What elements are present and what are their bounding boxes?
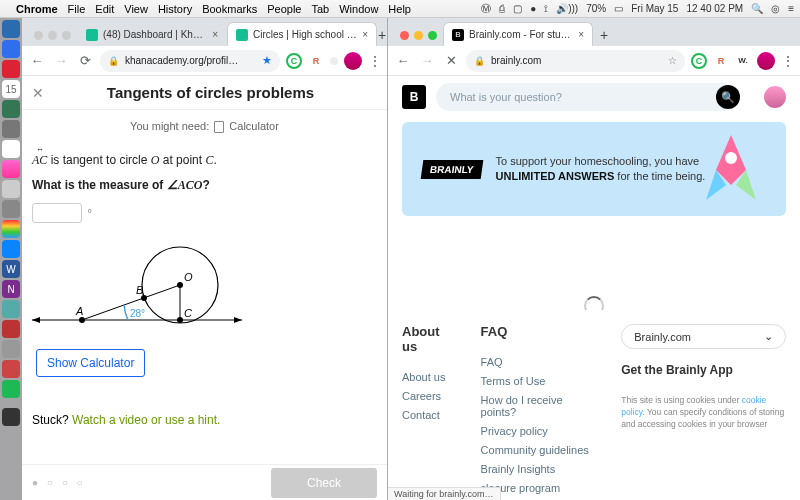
mcafee-icon[interactable]: Ⓜ xyxy=(481,2,491,16)
close-tab-icon[interactable]: × xyxy=(212,29,218,40)
footer-link-contact[interactable]: Contact xyxy=(402,409,457,421)
footer-link-points[interactable]: How do I receive points? xyxy=(481,394,598,418)
forward-button[interactable]: → xyxy=(418,52,436,70)
dock-app-icon[interactable] xyxy=(2,140,20,158)
footer-link-terms[interactable]: Terms of Use xyxy=(481,375,598,387)
search-button[interactable]: 🔍 xyxy=(716,85,740,109)
user-avatar[interactable] xyxy=(764,86,786,108)
dock-app-icon[interactable] xyxy=(2,300,20,318)
traffic-max[interactable] xyxy=(428,31,437,40)
printer-icon[interactable]: ⎙ xyxy=(499,3,505,14)
dock-messages-icon[interactable] xyxy=(2,100,20,118)
footer-link-careers[interactable]: Careers xyxy=(402,390,457,402)
show-calculator-button[interactable]: Show Calculator xyxy=(36,349,145,377)
menu-tab[interactable]: Tab xyxy=(311,3,329,15)
wifi-icon[interactable]: ⟟ xyxy=(544,3,548,15)
dock-trash-icon[interactable] xyxy=(2,408,20,426)
menu-bookmarks[interactable]: Bookmarks xyxy=(202,3,257,15)
hint-link[interactable]: Watch a video or use a hint. xyxy=(72,413,220,427)
traffic-max[interactable] xyxy=(62,31,71,40)
dock-settings-icon[interactable] xyxy=(2,200,20,218)
menu-icon[interactable]: ⋮ xyxy=(368,53,381,69)
bookmark-star-icon[interactable]: ☆ xyxy=(668,55,677,66)
profile-avatar[interactable] xyxy=(757,52,775,70)
status-dot-icon[interactable]: ● xyxy=(530,3,536,14)
problem-statement-1: AC is tangent to circle O at point C. xyxy=(32,153,377,168)
address-bar[interactable]: 🔒 khanacademy.org/profil… ★ xyxy=(100,50,280,72)
ext-r-icon[interactable]: R xyxy=(308,53,324,69)
traffic-min[interactable] xyxy=(414,31,423,40)
dock-onenote-icon[interactable]: N xyxy=(2,280,20,298)
display-icon[interactable]: ▢ xyxy=(513,3,522,14)
dock-safari-icon[interactable] xyxy=(2,40,20,58)
dock-appstore-icon[interactable] xyxy=(2,240,20,258)
menu-people[interactable]: People xyxy=(267,3,301,15)
ext-grammarly-icon[interactable]: C xyxy=(286,53,302,69)
banner-line2b: for the time being. xyxy=(614,170,705,182)
tab-dashboard[interactable]: (48) Dashboard | Khan A × xyxy=(77,22,227,46)
close-tab-icon[interactable]: × xyxy=(578,29,584,40)
dock-spotify-icon[interactable] xyxy=(2,380,20,398)
dock-finder-icon[interactable] xyxy=(2,20,20,38)
tab-brainly[interactable]: B Brainly.com - For students. B × xyxy=(443,22,593,46)
spotlight-icon[interactable]: 🔍 xyxy=(751,3,763,14)
macos-menubar: Chrome File Edit View History Bookmarks … xyxy=(0,0,800,18)
dock-app-icon[interactable] xyxy=(2,320,20,338)
dock-app-icon[interactable] xyxy=(2,180,20,198)
tab-circles[interactable]: Circles | High school ge × xyxy=(227,22,377,46)
menu-view[interactable]: View xyxy=(124,3,148,15)
search-icon: 🔍 xyxy=(721,91,735,104)
dock-music-icon[interactable] xyxy=(2,160,20,178)
close-tab-icon[interactable]: × xyxy=(362,29,368,40)
menu-help[interactable]: Help xyxy=(388,3,411,15)
footer-link-about[interactable]: About us xyxy=(402,371,457,383)
footer-link-guidelines[interactable]: Community guidelines xyxy=(481,444,598,456)
ext-w-icon[interactable]: W. xyxy=(735,53,751,69)
dock-mcafee-icon[interactable] xyxy=(2,60,20,78)
back-button[interactable]: ← xyxy=(28,52,46,70)
dock-app-icon[interactable] xyxy=(2,340,20,358)
traffic-min[interactable] xyxy=(48,31,57,40)
address-bar[interactable]: 🔒 brainly.com ☆ xyxy=(466,50,685,72)
new-tab-button[interactable]: + xyxy=(377,24,387,46)
battery-icon[interactable]: ▭ xyxy=(614,3,623,14)
siri-icon[interactable]: ◎ xyxy=(771,3,780,14)
menu-icon[interactable]: ⋮ xyxy=(781,53,794,69)
profile-avatar[interactable] xyxy=(344,52,362,70)
notifications-icon[interactable]: ≡ xyxy=(788,3,794,14)
footer-link-privacy[interactable]: Privacy policy xyxy=(481,425,598,437)
forward-button[interactable]: → xyxy=(52,52,70,70)
brainly-logo-icon[interactable]: B xyxy=(402,85,426,109)
ext-grammarly-icon[interactable]: C xyxy=(691,53,707,69)
footer-link-faq[interactable]: FAQ xyxy=(481,356,598,368)
close-exercise-icon[interactable]: ✕ xyxy=(32,85,44,101)
dock-app-icon[interactable] xyxy=(2,360,20,378)
menu-history[interactable]: History xyxy=(158,3,192,15)
new-tab-button[interactable]: + xyxy=(593,24,615,46)
stop-button[interactable]: ✕ xyxy=(442,52,460,70)
check-button[interactable]: Check xyxy=(271,468,377,498)
traffic-close[interactable] xyxy=(400,31,409,40)
footer-link-insights[interactable]: Brainly Insights xyxy=(481,463,598,475)
menu-edit[interactable]: Edit xyxy=(95,3,114,15)
back-button[interactable]: ← xyxy=(394,52,412,70)
app-name[interactable]: Chrome xyxy=(16,3,58,15)
svg-marker-2 xyxy=(234,317,242,323)
answer-input[interactable] xyxy=(32,203,82,223)
dock-chrome-icon[interactable] xyxy=(2,220,20,238)
dock-app-icon[interactable] xyxy=(2,120,20,138)
question-search-input[interactable]: What is your question? xyxy=(436,83,736,111)
volume-icon[interactable]: 🔊))) xyxy=(556,3,578,14)
svg-point-13 xyxy=(725,152,737,164)
dock-calendar-icon[interactable]: 15 xyxy=(2,80,20,98)
menu-window[interactable]: Window xyxy=(339,3,378,15)
reload-button[interactable]: ⟳ xyxy=(76,52,94,70)
ext-r-icon[interactable]: R xyxy=(713,53,729,69)
traffic-close[interactable] xyxy=(34,31,43,40)
region-select[interactable]: Brainly.com ⌄ xyxy=(621,324,786,349)
degree-symbol: ° xyxy=(87,207,92,221)
menu-file[interactable]: File xyxy=(68,3,86,15)
dock-word-icon[interactable]: W xyxy=(2,260,20,278)
bookmark-star-icon[interactable]: ★ xyxy=(262,54,272,67)
point-c-label: C xyxy=(184,307,192,319)
